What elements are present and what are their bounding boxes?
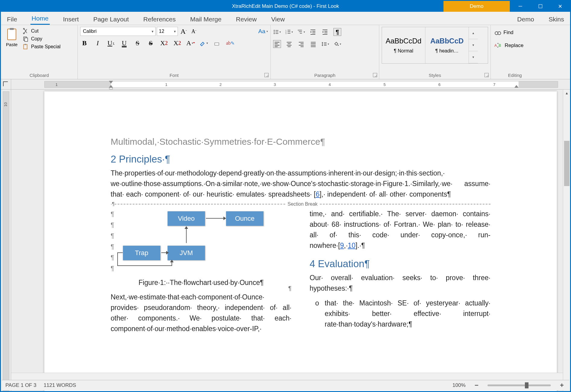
node-jvm: JVM [167,245,205,261]
heading-evaluation: 4 Evaluation¶ [310,258,491,270]
clear-format-2-button[interactable]: ab✎ [226,39,235,47]
first-line-indent[interactable] [109,81,113,84]
tab-skins[interactable]: Skins [547,14,565,25]
underline-button[interactable]: U▾ [107,39,115,47]
multilevel-button[interactable]: ▾ [297,28,305,36]
font-dialog-launcher[interactable] [264,73,269,77]
font-color-button[interactable]: A▾ [186,39,195,47]
paragraph-dialog-launcher[interactable] [373,73,377,77]
double-strikethrough-button[interactable]: S [147,39,155,47]
tab-view[interactable]: View [270,14,286,25]
svg-rect-23 [311,34,315,35]
zoom-slider-thumb[interactable] [525,382,528,388]
demo-button[interactable]: Demo [443,1,510,12]
italic-button[interactable]: I [93,39,102,47]
status-bar: PAGE 1 OF 3 1121 WORDS 100% − + [2,380,569,390]
group-label: Clipboard [3,71,75,78]
shading-button[interactable]: ▾ [333,40,341,48]
font-name-select[interactable]: Calibri▼ [80,27,156,36]
tab-selector[interactable] [1,79,11,89]
right-indent[interactable] [514,85,519,88]
strikethrough-button[interactable]: S [133,39,142,47]
tab-review[interactable]: Review [235,14,258,25]
copy-button[interactable]: Copy [23,36,61,42]
subscript-button[interactable]: X2 [173,39,181,47]
double-underline-button[interactable]: U [120,39,128,47]
svg-rect-28 [275,42,279,43]
zoom-in-button[interactable]: + [558,381,566,389]
ruler-vertical[interactable]: 10 [1,90,11,391]
group-label: Styles [382,71,488,78]
font-size-select[interactable]: 12▼ [157,27,178,36]
zoom-slider[interactable] [487,384,551,386]
tab-references[interactable]: References [142,14,177,25]
bucket-icon [333,41,339,47]
decrease-indent-button[interactable] [309,28,317,36]
status-page[interactable]: PAGE 1 OF 3 [5,382,36,388]
superscript-button[interactable]: X2 [160,39,168,47]
line-spacing-icon [321,41,327,47]
svg-rect-31 [275,46,278,47]
change-case-button[interactable]: Aa▾ [258,27,268,36]
align-left-button[interactable] [273,40,281,48]
paste-button[interactable]: Paste [3,27,20,67]
tab-mail-merge[interactable]: Mail Merge [189,14,223,25]
citation-6[interactable]: 6 [316,190,320,198]
zoom-out-button[interactable]: − [473,381,480,389]
group-label: Paragraph [273,71,377,78]
bullets-button[interactable]: ▾ [273,28,281,36]
scroll-thumb[interactable] [564,141,569,186]
left-indent[interactable] [109,87,113,89]
align-center-button[interactable] [285,40,293,48]
svg-rect-20 [311,30,315,30]
styles-gallery: AaBbCcDd ¶ Normal AaBbCcD ¶ headin… ▴▾▾ [382,27,488,64]
horizontal-scrollbar[interactable] [11,373,563,380]
minimize-button[interactable]: ─ [510,1,530,12]
bold-button[interactable]: B [80,39,89,47]
numbering-button[interactable]: 123▾ [285,28,293,36]
styles-scroll[interactable]: ▴▾▾ [469,27,478,63]
svg-rect-36 [299,42,304,43]
ribbon-tabs: File Home Insert Page Layout References … [1,12,570,25]
svg-rect-24 [323,30,327,30]
close-button[interactable]: ✕ [550,1,570,12]
replace-button[interactable]: AB Replace [494,43,537,49]
style-normal[interactable]: AaBbCcDd ¶ Normal [382,27,425,63]
line-spacing-button[interactable]: ▾ [321,40,329,48]
styles-dialog-launcher[interactable] [484,73,489,77]
ruler-scale[interactable]: 1 1 2 3 4 5 6 7 [11,79,563,89]
increase-indent-button[interactable] [321,28,329,36]
tab-page-layout[interactable]: Page Layout [92,14,130,25]
style-heading[interactable]: AaBbCcD ¶ headin… [425,27,469,63]
tab-home[interactable]: Home [30,13,50,25]
svg-rect-12 [288,30,291,30]
tab-file[interactable]: File [6,14,18,25]
citation-9[interactable]: 9 [340,242,344,249]
tab-insert[interactable]: Insert [62,14,80,25]
document-content[interactable]: Multimodal,·Stochastic·Symmetries·for·E-… [111,137,491,334]
svg-text:B: B [499,43,501,48]
align-justify-button[interactable] [309,40,317,48]
show-marks-button[interactable]: ¶ [333,28,341,36]
find-button[interactable]: Find [494,29,537,36]
clear-format-button[interactable] [213,39,221,47]
svg-rect-34 [287,45,292,46]
status-words[interactable]: 1121 WORDS [44,382,76,388]
vertical-scrollbar[interactable]: ▲ ▼ [563,90,570,391]
svg-rect-26 [324,33,327,33]
document-page[interactable]: Multimodal,·Stochastic·Symmetries·for·E-… [44,91,557,391]
paragraph-1: The·properties·of·our·methodology·depend… [111,168,491,200]
maximize-button[interactable]: ☐ [530,1,550,12]
svg-rect-43 [311,46,316,47]
scroll-up-icon[interactable]: ▲ [563,90,570,97]
highlight-button[interactable]: ▾ [200,39,208,47]
align-right-button[interactable] [297,40,305,48]
grow-font-button[interactable]: Aˆ [179,27,188,36]
shrink-font-button[interactable]: Aˇ [189,27,198,36]
svg-rect-42 [311,45,316,46]
status-zoom[interactable]: 100% [453,382,465,388]
paste-special-button[interactable]: Paste Special [23,44,61,50]
citation-10[interactable]: 10 [348,242,356,249]
cut-button[interactable]: Cut [23,28,61,34]
tab-demo[interactable]: Demo [516,14,535,25]
